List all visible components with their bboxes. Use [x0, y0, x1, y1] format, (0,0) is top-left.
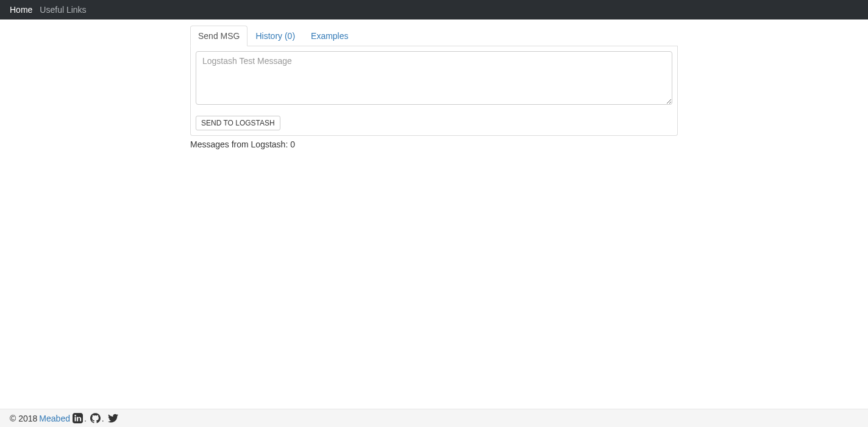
separator-dot: . — [102, 414, 104, 423]
main-content: Send MSG History (0) Examples SEND TO LO… — [0, 19, 868, 409]
github-icon[interactable] — [90, 413, 101, 423]
copyright-text: © 2018 — [10, 414, 37, 423]
tab-examples[interactable]: Examples — [303, 26, 356, 46]
tab-examples-link[interactable]: Examples — [303, 26, 356, 46]
nav-home-link[interactable]: Home — [10, 5, 32, 15]
tab-content: SEND TO LOGSTASH — [190, 46, 678, 136]
nav-tabs: Send MSG History (0) Examples — [190, 26, 678, 46]
tab-history[interactable]: History (0) — [247, 26, 303, 46]
navbar: Home Useful Links — [0, 0, 868, 19]
messages-from-logstash-label: Messages from Logstash: 0 — [190, 139, 678, 149]
twitter-icon[interactable] — [108, 413, 118, 423]
linkedin-icon[interactable] — [73, 413, 83, 423]
separator-dot: . — [84, 414, 87, 423]
footer: © 2018 Meabed . . — [0, 409, 868, 427]
author-link[interactable]: Meabed — [39, 414, 70, 423]
send-to-logstash-button[interactable]: SEND TO LOGSTASH — [196, 116, 280, 130]
nav-useful-links-link[interactable]: Useful Links — [40, 5, 86, 15]
tab-send-msg-link[interactable]: Send MSG — [190, 26, 247, 46]
tab-send-msg[interactable]: Send MSG — [190, 26, 247, 46]
message-textarea[interactable] — [196, 51, 672, 105]
tab-container: Send MSG History (0) Examples SEND TO LO… — [190, 26, 678, 136]
tab-history-link[interactable]: History (0) — [247, 26, 303, 46]
